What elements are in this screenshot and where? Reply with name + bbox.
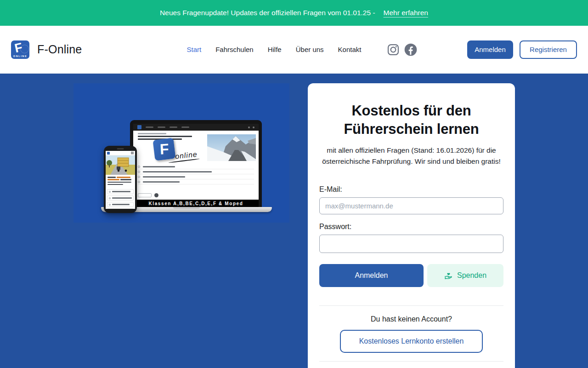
nav-item-kontakt[interactable]: Kontakt [338,46,362,53]
product-preview-image: F online Klassen A,B,BE,C,D,E,F & Moped [74,83,289,223]
announcement-banner: Neues Fragenupdate! Updates der offiziel… [0,0,588,26]
divider [319,361,503,362]
phone-mockup [104,146,137,213]
big-logo-letter: F [159,141,169,158]
hero-section: F online Klassen A,B,BE,C,D,E,F & Moped [0,74,588,368]
main-nav: Start Fahrschulen Hilfe Über uns Kontakt [187,46,361,53]
card-subtitle: mit allen offiziellen Fragen (Stand: 16.… [319,145,503,167]
nav-item-start[interactable]: Start [187,46,201,53]
donate-button[interactable]: Spenden [427,264,503,287]
brand-name: F-Online [37,43,82,56]
laptop-mockup: F online Klassen A,B,BE,C,D,E,F & Moped [130,120,262,207]
login-submit-button[interactable]: Anmelden [319,264,424,287]
laptop-answer-options [138,164,254,184]
instagram-icon[interactable] [387,43,400,56]
no-account-text: Du hast keinen Account? [319,315,503,323]
divider [319,305,503,306]
hand-holding-heart-icon [444,271,453,280]
header-actions: Anmelden Registrieren [467,40,577,59]
laptop-app-navbar [133,124,259,131]
hamburger-menu-icon [131,151,134,155]
announcement-link[interactable]: Mehr erfahren [384,9,428,17]
phone-app-bar [106,151,135,155]
create-account-button[interactable]: Kostenloses Lernkonto erstellen [340,330,483,353]
laptop-next-button [138,193,158,197]
logo-subtext: ONLINE [11,55,29,58]
laptop-app-logo-icon [137,125,141,129]
login-form: E-Mail: Passwort: Anmelden Spenden [319,185,503,287]
password-label: Passwort: [319,223,503,231]
nav-item-hilfe[interactable]: Hilfe [268,46,282,53]
license-classes-banner: Klassen A,B,BE,C,D,E,F & Moped [133,200,259,207]
f-online-big-logo: F online [154,139,214,167]
password-field[interactable] [319,235,503,253]
phone-speaker [117,148,124,150]
laptop-quiz-screen: F online [133,131,259,200]
header-login-button[interactable]: Anmelden [467,40,513,59]
facebook-icon[interactable] [404,43,417,56]
f-online-logo-icon: F ONLINE [11,40,29,59]
logo-letter: F [13,40,24,56]
login-card: Kostenlos für den Führerschein lernen mi… [308,83,515,368]
big-logo-script: online [175,150,198,161]
social-links [387,43,417,56]
phone-answer-options [106,187,135,209]
nav-item-ueber-uns[interactable]: Über uns [296,46,324,53]
email-field[interactable] [319,197,503,214]
phone-question-photo [106,155,135,175]
site-header: F ONLINE F-Online Start Fahrschulen Hilf… [0,26,588,74]
header-register-button[interactable]: Registrieren [520,40,577,59]
email-label: E-Mail: [319,185,503,194]
announcement-text: Neues Fragenupdate! Updates der offiziel… [160,9,375,17]
laptop-question-photo [207,134,256,161]
donate-button-label: Spenden [457,271,486,280]
phone-app-logo-icon [107,152,110,155]
phone-question-text [106,175,135,187]
card-title: Kostenlos für den Führerschein lernen [332,102,491,138]
nav-item-fahrschulen[interactable]: Fahrschulen [215,46,254,53]
brand-home-link[interactable]: F ONLINE F-Online [11,40,82,59]
phone-quiz-screen [106,151,135,209]
